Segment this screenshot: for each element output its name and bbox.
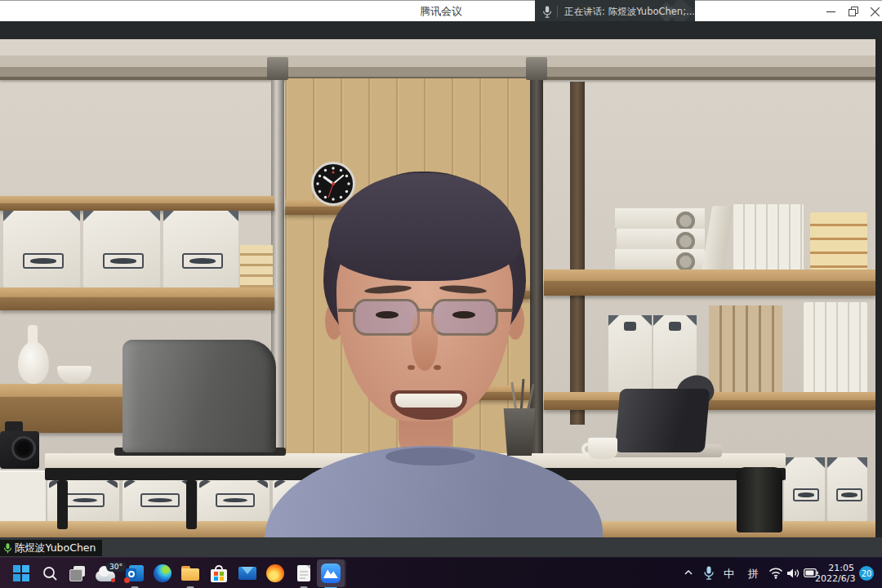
binder <box>617 229 705 251</box>
books <box>804 302 867 392</box>
outlook-icon <box>126 564 144 582</box>
mail-button[interactable] <box>234 560 261 586</box>
shelf-board <box>544 270 875 281</box>
ime-mode-button[interactable]: 拼 <box>748 567 759 581</box>
books <box>733 204 804 270</box>
window-titlebar: 腾讯会议 <box>0 0 882 21</box>
minimize-icon <box>826 7 835 16</box>
shelf-post <box>530 60 543 469</box>
storage-box <box>163 211 238 287</box>
close-icon <box>871 7 880 16</box>
participant-name-label: 陈煜波YuboChen <box>0 540 102 556</box>
file-explorer-button[interactable] <box>177 560 203 586</box>
vase <box>18 341 49 384</box>
notepad-button[interactable] <box>291 560 317 586</box>
wall-molding <box>0 56 882 67</box>
close-button[interactable] <box>862 1 882 22</box>
weather-widget[interactable]: 30° <box>92 560 123 586</box>
participant-name: 陈煜波YuboChen <box>15 541 96 555</box>
clasp-box <box>784 457 825 521</box>
white-box <box>0 470 46 524</box>
minimize-button[interactable] <box>818 1 843 22</box>
wifi-icon <box>768 567 783 580</box>
wood-trays <box>240 245 273 287</box>
ime-language-button[interactable]: 中 <box>724 567 734 581</box>
bowl <box>57 366 91 384</box>
binder <box>615 208 705 230</box>
folder-icon <box>181 566 199 581</box>
desktop: 腾讯会议 正在讲话: 陈煜波YuboChen;... <box>0 0 882 588</box>
tencent-meeting-icon <box>321 564 341 583</box>
edge-button[interactable] <box>149 560 176 586</box>
person-teeth <box>395 394 462 408</box>
meeting-top-strip <box>0 21 882 39</box>
speaker-icon <box>786 567 800 580</box>
watermark-shape <box>666 0 694 23</box>
books <box>810 212 867 270</box>
tray-time: 21:05 <box>815 563 854 573</box>
laptop <box>122 340 276 452</box>
video-letterbox <box>875 39 882 537</box>
taskbar: 30° <box>0 557 882 588</box>
outlook-button[interactable] <box>122 560 148 586</box>
desk-leg <box>737 467 782 532</box>
desk-leg <box>186 480 197 529</box>
window-title: 腾讯会议 <box>0 1 882 22</box>
windows-logo-icon <box>13 565 29 581</box>
coffee-mug <box>588 438 617 459</box>
microphone-icon <box>542 5 552 19</box>
pen-cup <box>501 408 537 456</box>
restore-icon <box>849 7 858 16</box>
tray-microphone-button[interactable] <box>703 565 715 581</box>
volume-button[interactable] <box>786 567 800 580</box>
clock-date-button[interactable]: 21:05 2022/6/3 <box>815 563 854 584</box>
frame-bracket <box>526 57 547 80</box>
notification-badge[interactable]: 20 <box>859 566 874 581</box>
search-button[interactable] <box>37 560 63 586</box>
firefox-icon <box>266 564 284 582</box>
storage-box <box>122 480 194 523</box>
mic-on-icon <box>3 542 12 555</box>
camera-lens <box>11 436 36 461</box>
search-icon <box>42 565 58 581</box>
store-icon <box>211 565 227 582</box>
start-button[interactable] <box>8 560 34 586</box>
wifi-button[interactable] <box>768 567 783 580</box>
task-view-button[interactable] <box>65 560 91 586</box>
frame-bracket <box>267 57 288 80</box>
binder <box>615 249 705 271</box>
shelf-board <box>0 287 274 297</box>
weather-cloud-icon: 30° <box>96 564 120 582</box>
tray-expand-button[interactable] <box>683 567 694 578</box>
person-eye <box>452 311 475 318</box>
meeting-bottom-strip: 陈煜波YuboChen <box>0 537 882 557</box>
books <box>709 305 782 392</box>
storage-box <box>3 211 80 287</box>
tencent-meeting-button[interactable] <box>317 559 345 587</box>
person-nose <box>412 310 438 371</box>
speaking-banner[interactable]: 正在讲话: 陈煜波YuboChen;... <box>535 0 695 23</box>
shelf-side-panel <box>570 82 585 425</box>
desk-leg <box>57 480 68 529</box>
mail-icon <box>238 567 256 580</box>
clasp-box <box>608 315 652 392</box>
task-view-icon <box>69 566 86 581</box>
person-eye <box>376 311 399 318</box>
tablet <box>615 389 710 452</box>
video-feed[interactable] <box>0 39 882 537</box>
leaning-book <box>702 206 733 270</box>
storage-box <box>83 211 160 287</box>
microphone-in-use-icon <box>703 565 715 581</box>
banner-divider <box>557 6 558 17</box>
edge-icon <box>154 564 172 582</box>
shelf-board <box>0 196 274 203</box>
chevron-up-icon <box>683 567 694 578</box>
tray-date: 2022/6/3 <box>815 573 854 584</box>
clasp-box <box>827 457 867 521</box>
document-icon <box>297 565 310 581</box>
firefox-button[interactable] <box>262 560 288 586</box>
microsoft-store-button[interactable] <box>206 560 232 586</box>
storage-box <box>198 480 270 523</box>
